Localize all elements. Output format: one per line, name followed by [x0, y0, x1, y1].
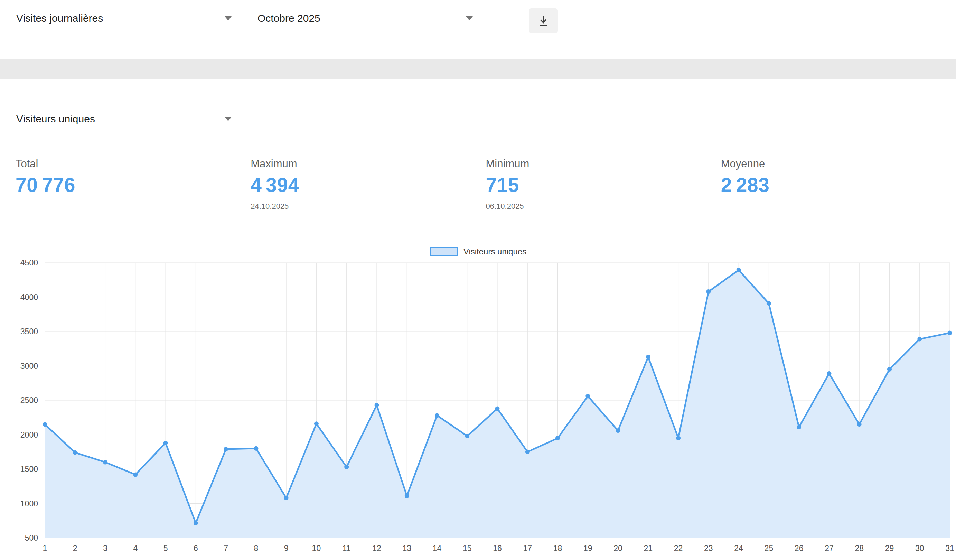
stat-value: 70 776	[16, 173, 251, 197]
svg-text:31: 31	[945, 544, 954, 553]
svg-text:26: 26	[795, 544, 803, 553]
svg-text:12: 12	[372, 544, 381, 553]
stat-date: 24.10.2025	[251, 202, 486, 211]
svg-text:7: 7	[223, 544, 228, 553]
svg-text:28: 28	[855, 544, 864, 553]
svg-text:2000: 2000	[20, 430, 38, 439]
stats-row: Total 70 776 Maximum 4 394 24.10.2025 Mi…	[16, 157, 956, 211]
report-content: Visiteurs uniques Total 70 776 Maximum 4…	[0, 111, 956, 554]
metric-value: Visiteurs uniques	[16, 113, 95, 125]
svg-text:8: 8	[254, 544, 258, 553]
download-button[interactable]	[529, 8, 558, 33]
svg-text:3500: 3500	[20, 327, 38, 336]
stat-maximum: Maximum 4 394 24.10.2025	[251, 157, 486, 211]
svg-text:1: 1	[43, 544, 47, 553]
legend-swatch	[429, 247, 458, 256]
stat-label: Total	[16, 157, 251, 170]
svg-text:23: 23	[704, 544, 713, 553]
stat-total: Total 70 776	[16, 157, 251, 211]
svg-text:10: 10	[312, 544, 321, 553]
report-type-select[interactable]: Visites journalières	[16, 10, 235, 31]
stat-value: 2 283	[721, 173, 956, 197]
visitors-chart[interactable]: 5001000150020002500300035004000450012345…	[0, 259, 956, 554]
svg-text:4500: 4500	[20, 259, 38, 267]
period-select[interactable]: Octobre 2025	[257, 10, 476, 31]
svg-text:6: 6	[193, 544, 198, 553]
svg-text:11: 11	[343, 544, 351, 553]
svg-text:500: 500	[25, 533, 38, 543]
stat-average: Moyenne 2 283	[721, 157, 956, 211]
stat-date	[16, 202, 251, 211]
svg-text:17: 17	[523, 544, 532, 553]
chevron-down-icon	[466, 16, 473, 20]
stat-date	[721, 202, 956, 211]
svg-text:22: 22	[674, 544, 683, 553]
svg-text:27: 27	[825, 544, 833, 553]
divider-band	[0, 59, 956, 79]
svg-text:4: 4	[133, 544, 138, 553]
svg-text:30: 30	[915, 544, 924, 553]
svg-text:4000: 4000	[20, 293, 38, 302]
svg-text:14: 14	[433, 544, 442, 553]
svg-text:15: 15	[463, 544, 472, 553]
metric-select[interactable]: Visiteurs uniques	[16, 111, 235, 132]
chevron-down-icon	[225, 16, 231, 20]
svg-text:18: 18	[553, 544, 562, 553]
chevron-down-icon	[225, 117, 231, 121]
svg-text:24: 24	[734, 544, 743, 553]
svg-text:20: 20	[613, 544, 623, 553]
svg-text:29: 29	[885, 544, 894, 553]
stat-date: 06.10.2025	[486, 202, 721, 211]
stat-value: 4 394	[251, 173, 486, 197]
chart-legend: Visiteurs uniques	[0, 247, 956, 256]
svg-text:16: 16	[493, 544, 502, 553]
svg-text:2: 2	[73, 544, 77, 553]
stat-minimum: Minimum 715 06.10.2025	[486, 157, 721, 211]
svg-text:2500: 2500	[20, 396, 38, 405]
svg-text:1500: 1500	[20, 465, 38, 473]
svg-text:19: 19	[583, 544, 593, 553]
download-icon	[537, 14, 550, 27]
stat-label: Moyenne	[721, 157, 956, 170]
svg-text:9: 9	[284, 544, 289, 553]
svg-text:1000: 1000	[20, 499, 38, 508]
stat-label: Minimum	[486, 157, 721, 170]
svg-text:5: 5	[164, 544, 168, 553]
report-type-value: Visites journalières	[16, 13, 103, 24]
toolbar: Visites journalières Octobre 2025	[0, 0, 956, 59]
svg-text:25: 25	[764, 544, 774, 553]
svg-text:3: 3	[103, 544, 107, 553]
stat-value: 715	[486, 173, 721, 197]
svg-text:13: 13	[402, 544, 411, 553]
svg-text:3000: 3000	[20, 362, 38, 371]
period-value: Octobre 2025	[258, 13, 321, 24]
legend-label: Visiteurs uniques	[464, 247, 527, 256]
svg-text:21: 21	[644, 544, 653, 553]
stat-label: Maximum	[251, 157, 486, 170]
